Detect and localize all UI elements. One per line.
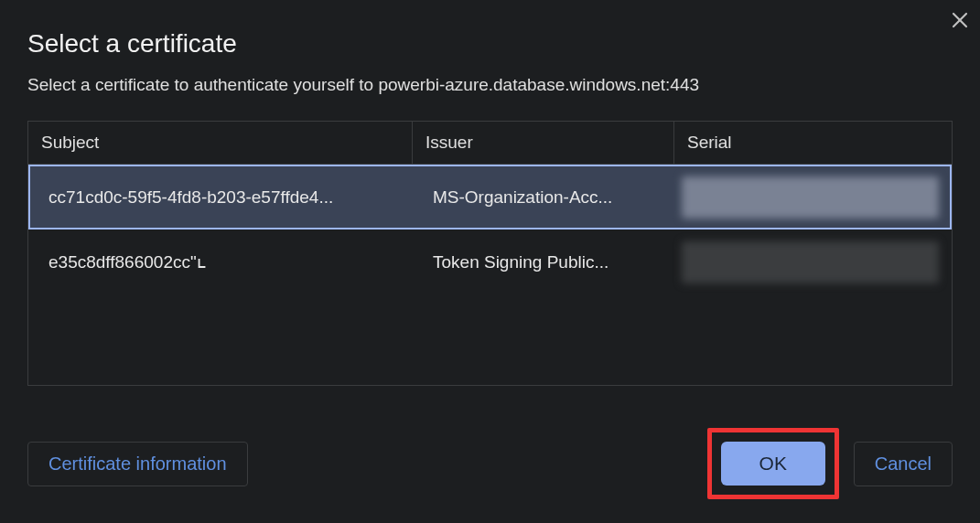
cell-serial	[674, 234, 952, 291]
column-header-serial[interactable]: Serial	[674, 122, 952, 164]
ok-button-highlight: OK	[707, 428, 839, 499]
table-body: cc71cd0c-59f5-4fd8-b203-e57ffde4... MS-O…	[28, 165, 952, 294]
dialog-title: Select a certificate	[27, 29, 953, 59]
dialog-footer: Certificate information OK Cancel	[27, 428, 953, 499]
serial-redacted	[682, 241, 939, 283]
serial-redacted	[682, 176, 939, 219]
cell-issuer: MS-Organization-Acc...	[413, 187, 674, 208]
ok-button[interactable]: OK	[721, 442, 825, 486]
table-row[interactable]: cc71cd0c-59f5-4fd8-b203-e57ffde4... MS-O…	[28, 165, 952, 229]
certificate-table: Subject Issuer Serial cc71cd0c-59f5-4fd8…	[27, 121, 953, 386]
cell-issuer: Token Signing Public...	[413, 252, 674, 272]
table-header: Subject Issuer Serial	[28, 122, 952, 165]
table-row[interactable]: e35c8dff866002cc"ʟ Token Signing Public.…	[28, 229, 952, 294]
certificate-dialog: Select a certificate Select a certificat…	[0, 0, 980, 386]
certificate-information-button[interactable]: Certificate information	[27, 442, 248, 486]
cancel-button[interactable]: Cancel	[854, 442, 953, 486]
close-icon[interactable]	[949, 9, 971, 31]
cell-serial	[674, 169, 952, 226]
cell-subject: e35c8dff866002cc"ʟ	[28, 251, 413, 272]
cell-subject: cc71cd0c-59f5-4fd8-b203-e57ffde4...	[28, 187, 413, 208]
dialog-description: Select a certificate to authenticate you…	[27, 75, 953, 95]
column-header-subject[interactable]: Subject	[28, 122, 413, 164]
column-header-issuer[interactable]: Issuer	[413, 122, 674, 164]
